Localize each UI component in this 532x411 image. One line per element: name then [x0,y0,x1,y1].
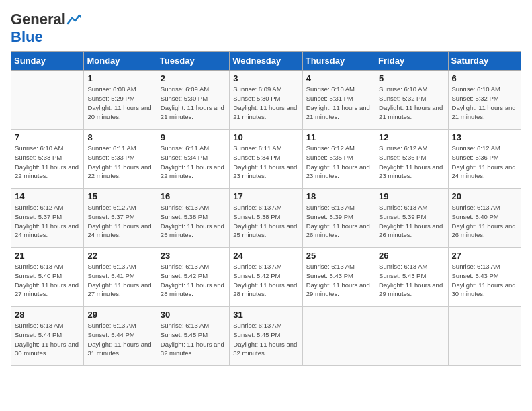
day-cell: 29Sunrise: 6:13 AMSunset: 5:44 PMDayligh… [84,307,157,366]
day-cell [375,307,448,366]
day-cell: 15Sunrise: 6:12 AMSunset: 5:37 PMDayligh… [84,189,157,248]
day-cell: 7Sunrise: 6:10 AMSunset: 5:33 PMDaylight… [11,130,84,189]
day-number: 23 [161,250,226,261]
day-cell: 1Sunrise: 6:08 AMSunset: 5:29 PMDaylight… [84,71,157,130]
day-info: Sunrise: 6:12 AMSunset: 5:36 PMDaylight:… [379,144,444,181]
day-info: Sunrise: 6:13 AMSunset: 5:43 PMDaylight:… [452,262,517,299]
col-saturday: Saturday [448,52,521,71]
day-info: Sunrise: 6:10 AMSunset: 5:32 PMDaylight:… [379,85,444,122]
day-info: Sunrise: 6:13 AMSunset: 5:41 PMDaylight:… [87,262,152,299]
day-cell: 22Sunrise: 6:13 AMSunset: 5:41 PMDayligh… [84,248,157,307]
day-info: Sunrise: 6:12 AMSunset: 5:37 PMDaylight:… [15,203,80,240]
day-info: Sunrise: 6:13 AMSunset: 5:39 PMDaylight:… [306,203,371,240]
day-info: Sunrise: 6:13 AMSunset: 5:38 PMDaylight:… [233,203,298,240]
day-info: Sunrise: 6:13 AMSunset: 5:39 PMDaylight:… [379,203,444,240]
day-info: Sunrise: 6:12 AMSunset: 5:36 PMDaylight:… [452,144,517,181]
col-tuesday: Tuesday [157,52,229,71]
day-info: Sunrise: 6:10 AMSunset: 5:31 PMDaylight:… [306,85,371,122]
logo-text: General [11,11,82,28]
day-cell: 3Sunrise: 6:09 AMSunset: 5:30 PMDaylight… [230,71,302,130]
day-cell: 24Sunrise: 6:13 AMSunset: 5:42 PMDayligh… [230,248,302,307]
day-cell: 10Sunrise: 6:11 AMSunset: 5:34 PMDayligh… [230,130,302,189]
day-info: Sunrise: 6:08 AMSunset: 5:29 PMDaylight:… [87,85,152,122]
day-cell [302,307,375,366]
day-cell: 23Sunrise: 6:13 AMSunset: 5:42 PMDayligh… [157,248,229,307]
day-number: 29 [87,310,152,320]
day-cell: 8Sunrise: 6:11 AMSunset: 5:33 PMDaylight… [84,130,157,189]
day-info: Sunrise: 6:13 AMSunset: 5:38 PMDaylight:… [161,203,226,240]
week-row-4: 28Sunrise: 6:13 AMSunset: 5:44 PMDayligh… [11,307,521,366]
col-monday: Monday [84,52,157,71]
day-info: Sunrise: 6:13 AMSunset: 5:45 PMDaylight:… [161,321,226,358]
col-thursday: Thursday [302,52,375,71]
week-row-3: 21Sunrise: 6:13 AMSunset: 5:40 PMDayligh… [11,248,521,307]
day-number: 22 [87,250,152,261]
logo-bird-icon [66,14,81,26]
day-number: 9 [161,132,226,142]
day-number: 16 [161,191,226,201]
col-sunday: Sunday [11,52,84,71]
day-cell: 19Sunrise: 6:13 AMSunset: 5:39 PMDayligh… [375,189,448,248]
day-info: Sunrise: 6:09 AMSunset: 5:30 PMDaylight:… [233,85,298,122]
col-wednesday: Wednesday [230,52,302,71]
day-number: 27 [452,250,517,261]
day-number: 21 [15,250,80,261]
calendar-body: 1Sunrise: 6:08 AMSunset: 5:29 PMDaylight… [11,71,521,366]
day-number: 30 [161,310,226,320]
day-number: 26 [379,250,444,261]
day-cell: 5Sunrise: 6:10 AMSunset: 5:32 PMDaylight… [375,71,448,130]
day-info: Sunrise: 6:12 AMSunset: 5:35 PMDaylight:… [306,144,371,181]
day-cell: 4Sunrise: 6:10 AMSunset: 5:31 PMDaylight… [302,71,375,130]
day-cell: 18Sunrise: 6:13 AMSunset: 5:39 PMDayligh… [302,189,375,248]
logo-blue: Blue [11,28,43,45]
week-row-2: 14Sunrise: 6:12 AMSunset: 5:37 PMDayligh… [11,189,521,248]
day-number: 5 [379,73,444,83]
day-info: Sunrise: 6:13 AMSunset: 5:40 PMDaylight:… [15,262,80,299]
day-number: 10 [233,132,298,142]
day-number: 13 [452,132,517,142]
day-info: Sunrise: 6:11 AMSunset: 5:34 PMDaylight:… [233,144,298,181]
day-number: 12 [379,132,444,142]
day-cell: 20Sunrise: 6:13 AMSunset: 5:40 PMDayligh… [448,189,521,248]
day-number: 14 [15,191,80,201]
day-cell: 14Sunrise: 6:12 AMSunset: 5:37 PMDayligh… [11,189,84,248]
day-number: 18 [306,191,371,201]
day-number: 2 [161,73,226,83]
day-info: Sunrise: 6:13 AMSunset: 5:43 PMDaylight:… [306,262,371,299]
calendar-table: Sunday Monday Tuesday Wednesday Thursday… [11,51,521,366]
day-cell: 2Sunrise: 6:09 AMSunset: 5:30 PMDaylight… [157,71,229,130]
day-cell: 12Sunrise: 6:12 AMSunset: 5:36 PMDayligh… [375,130,448,189]
col-friday: Friday [375,52,448,71]
day-info: Sunrise: 6:10 AMSunset: 5:33 PMDaylight:… [15,144,80,181]
day-cell: 6Sunrise: 6:10 AMSunset: 5:32 PMDaylight… [448,71,521,130]
day-number: 1 [87,73,152,83]
week-row-0: 1Sunrise: 6:08 AMSunset: 5:29 PMDaylight… [11,71,521,130]
day-info: Sunrise: 6:11 AMSunset: 5:34 PMDaylight:… [161,144,226,181]
day-cell: 25Sunrise: 6:13 AMSunset: 5:43 PMDayligh… [302,248,375,307]
day-cell: 27Sunrise: 6:13 AMSunset: 5:43 PMDayligh… [448,248,521,307]
day-cell: 16Sunrise: 6:13 AMSunset: 5:38 PMDayligh… [157,189,229,248]
day-number: 4 [306,73,371,83]
week-row-1: 7Sunrise: 6:10 AMSunset: 5:33 PMDaylight… [11,130,521,189]
day-cell: 9Sunrise: 6:11 AMSunset: 5:34 PMDaylight… [157,130,229,189]
day-number: 3 [233,73,298,83]
day-cell: 11Sunrise: 6:12 AMSunset: 5:35 PMDayligh… [302,130,375,189]
logo: General Blue [11,11,82,46]
day-cell: 31Sunrise: 6:13 AMSunset: 5:45 PMDayligh… [230,307,302,366]
day-number: 8 [87,132,152,142]
day-cell: 28Sunrise: 6:13 AMSunset: 5:44 PMDayligh… [11,307,84,366]
day-cell: 21Sunrise: 6:13 AMSunset: 5:40 PMDayligh… [11,248,84,307]
logo-general: General [11,11,66,28]
day-cell: 26Sunrise: 6:13 AMSunset: 5:43 PMDayligh… [375,248,448,307]
day-number: 20 [452,191,517,201]
day-info: Sunrise: 6:13 AMSunset: 5:45 PMDaylight:… [233,321,298,358]
day-number: 6 [452,73,517,83]
day-cell: 30Sunrise: 6:13 AMSunset: 5:45 PMDayligh… [157,307,229,366]
day-number: 7 [15,132,80,142]
day-info: Sunrise: 6:13 AMSunset: 5:43 PMDaylight:… [379,262,444,299]
header-row: Sunday Monday Tuesday Wednesday Thursday… [11,52,521,71]
day-number: 17 [233,191,298,201]
day-number: 24 [233,250,298,261]
day-number: 11 [306,132,371,142]
day-cell: 17Sunrise: 6:13 AMSunset: 5:38 PMDayligh… [230,189,302,248]
